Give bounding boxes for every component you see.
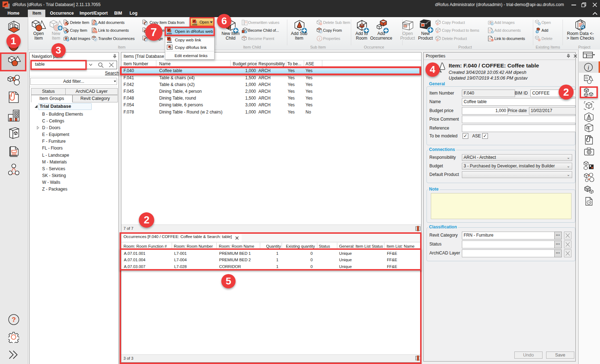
svg-text:i: i <box>588 65 589 71</box>
svg-text:i: i <box>319 36 320 41</box>
svg-text:?: ? <box>12 316 16 323</box>
